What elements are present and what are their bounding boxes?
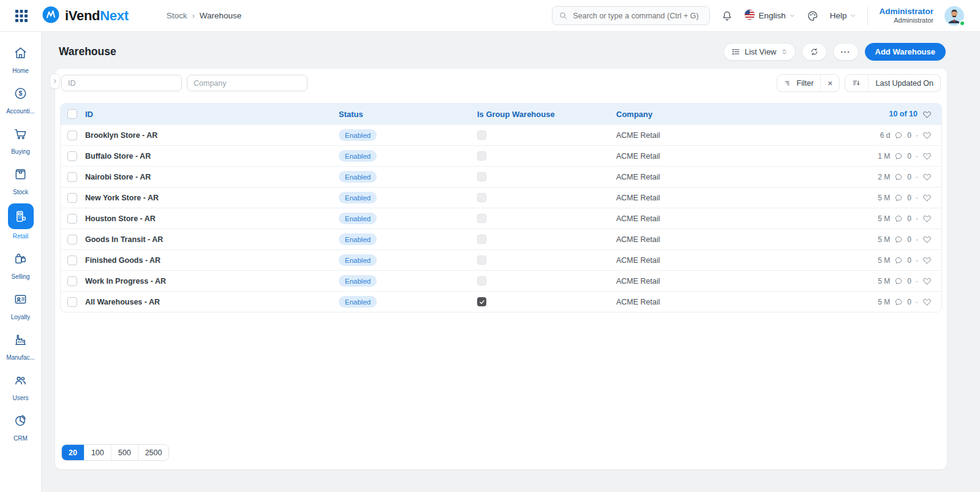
row-id-link[interactable]: Nairobi Store - AR [85,173,151,181]
meta-dot: · [916,277,918,286]
help-menu[interactable]: Help [830,11,857,20]
page-size-500[interactable]: 500 [111,445,138,460]
status-badge[interactable]: Enabled [339,171,377,183]
meta-dot: · [916,152,918,161]
sidebar-item-users[interactable]: Users [0,369,41,401]
like-heart-icon[interactable] [922,172,932,181]
breadcrumb-stock[interactable]: Stock [167,11,187,20]
comment-icon [894,298,903,306]
select-all-checkbox[interactable] [67,109,77,119]
row-checkbox[interactable] [67,193,77,203]
chevron-down-icon [850,12,856,19]
column-header-status[interactable]: Status [334,110,475,119]
row-checkbox[interactable] [67,172,77,182]
sidebar-item-accounting[interactable]: $ Accounti... [0,82,41,115]
notifications-bell-icon[interactable] [721,10,733,22]
row-id-link[interactable]: Buffalo Store - AR [85,152,151,161]
page-size-20[interactable]: 20 [62,445,84,460]
theme-palette-icon[interactable] [807,10,819,22]
breadcrumb-warehouse[interactable]: Warehouse [200,11,242,20]
sort-field-label: Last Updated On [875,79,933,88]
sidebar-item-loyalty[interactable]: Loyalty [0,288,41,320]
search-input[interactable] [573,12,703,20]
like-heart-icon[interactable] [922,297,932,306]
comment-count: 0 [907,173,911,181]
like-heart-icon[interactable] [922,214,932,223]
main-content: Warehouse List View ··· Add Warehouse [42,0,980,492]
sidebar-expand-toggle[interactable] [50,74,60,89]
clear-filter-button[interactable]: × [820,75,839,91]
filter-bar: Filter × Last Updated On [55,69,947,98]
page-size-100[interactable]: 100 [84,445,111,460]
status-badge[interactable]: Enabled [339,192,377,203]
row-id-link[interactable]: Brooklyn Store - AR [85,131,157,140]
sidebar-item-stock[interactable]: Stock [0,163,41,195]
comment-icon [894,235,903,244]
comment-count: 0 [907,277,911,286]
meta-dot: · [916,235,918,244]
sidebar-item-buying[interactable]: Buying [0,123,41,155]
column-header-id[interactable]: ID [85,110,334,119]
column-header-is-group[interactable]: Is Group Warehouse [475,110,616,119]
page-size-2500[interactable]: 2500 [138,445,169,460]
group-checkbox [477,172,486,181]
online-status-dot [959,20,965,26]
refresh-button[interactable] [802,43,827,61]
view-switcher-button[interactable]: List View [723,43,796,61]
like-heart-icon[interactable] [922,131,932,140]
row-id-link[interactable]: Finished Goods - AR [85,256,160,265]
row-checkbox[interactable] [67,297,77,307]
meta-dot: · [916,131,918,140]
group-checkbox [477,131,486,140]
app-logo[interactable]: iVendNext [42,6,129,26]
row-checkbox[interactable] [67,255,77,265]
status-badge[interactable]: Enabled [339,129,377,141]
like-heart-icon[interactable] [922,151,932,161]
like-heart-icon[interactable] [922,276,932,286]
row-id-link[interactable]: Work In Progress - AR [85,277,166,286]
language-selector[interactable]: English [744,9,795,22]
row-id-link[interactable]: Goods In Transit - AR [85,235,163,244]
row-company: ACME Retail [616,152,837,161]
row-id-link[interactable]: New York Store - AR [85,194,159,202]
row-checkbox[interactable] [67,276,77,286]
global-search[interactable] [552,6,710,25]
sidebar-item-retail[interactable]: Retail [0,203,41,240]
avatar[interactable] [944,6,964,26]
status-badge[interactable]: Enabled [339,296,377,308]
group-checkbox [477,151,486,161]
status-badge[interactable]: Enabled [339,213,377,224]
search-icon [559,11,568,20]
apps-grid-icon[interactable] [15,9,28,23]
table-row: New York Store - AR Enabled ACME Retail … [61,187,941,208]
column-header-company[interactable]: Company [616,110,837,119]
row-checkbox[interactable] [67,131,77,140]
filter-button[interactable]: Filter [777,75,821,91]
more-menu-button[interactable]: ··· [833,43,859,61]
sort-direction-button[interactable] [845,75,868,91]
user-menu[interactable]: Administrator Administrator [879,7,933,25]
row-id-link[interactable]: Houston Store - AR [85,214,156,223]
status-badge[interactable]: Enabled [339,150,377,162]
row-id-link[interactable]: All Warehouses - AR [85,298,160,306]
like-heart-icon[interactable] [922,235,932,244]
like-heart-icon[interactable] [922,255,932,265]
row-checkbox[interactable] [67,214,77,224]
status-badge[interactable]: Enabled [339,275,377,287]
sidebar-item-selling[interactable]: Selling [0,248,41,280]
status-badge[interactable]: Enabled [339,233,377,245]
status-badge[interactable]: Enabled [339,254,377,266]
filter-icon [784,79,793,88]
filter-id-input[interactable] [61,75,182,91]
accounting-icon: $ [8,82,34,104]
sidebar-item-home[interactable]: Home [0,42,41,74]
sort-field-button[interactable]: Last Updated On [868,75,940,91]
like-heart-icon[interactable] [922,193,932,202]
row-checkbox[interactable] [67,235,77,244]
row-checkbox[interactable] [67,151,77,161]
filter-company-input[interactable] [187,75,307,91]
liked-filter-heart-icon[interactable] [922,110,932,119]
sidebar-item-crm[interactable]: CRM [0,409,41,442]
add-warehouse-button[interactable]: Add Warehouse [865,43,946,61]
sidebar-item-manufacturing[interactable]: Manufac... [0,328,41,361]
